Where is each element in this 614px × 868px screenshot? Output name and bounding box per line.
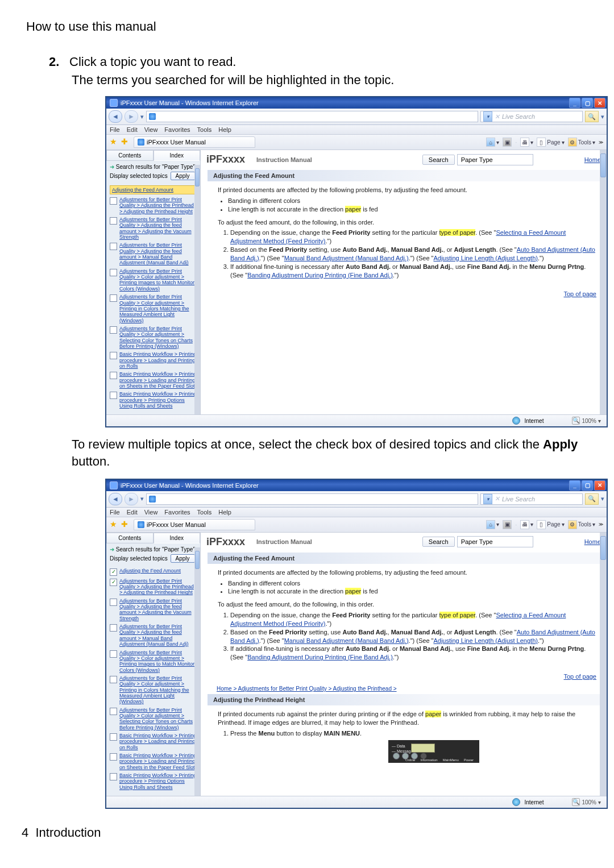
toolbar-home[interactable]: ⌂▾ [486, 138, 499, 147]
result-link[interactable]: Adjustments for Better Print Quality > C… [119, 650, 197, 673]
favorites-star-icon[interactable]: ★ [110, 520, 119, 529]
nav-back[interactable]: ◄ [109, 110, 122, 123]
search-menu-dropdown[interactable]: ▾ [601, 495, 604, 502]
window-minimize[interactable]: _ [569, 480, 580, 491]
pane-tab-index[interactable]: Index [154, 150, 201, 161]
window-minimize[interactable]: _ [569, 98, 580, 108]
result-link[interactable]: Basic Printing Workflow > Printing proce… [119, 753, 197, 770]
toolbar-overflow-icon[interactable]: ≫ [599, 140, 603, 145]
result-link[interactable]: Adjustments for Better Print Quality > A… [119, 242, 197, 265]
nav-forward[interactable]: ► [125, 493, 138, 505]
nav-back[interactable]: ◄ [109, 493, 122, 505]
result-link[interactable]: Adjustments for Better Print Quality > A… [119, 624, 197, 647]
window-maximize[interactable]: ▢ [582, 98, 593, 108]
menu-view[interactable]: View [144, 509, 158, 516]
result-checkbox[interactable] [110, 773, 117, 780]
toolbar-print[interactable]: 🖶▾ [520, 520, 533, 529]
result-link[interactable]: Adjustments for Better Print Quality > C… [119, 326, 197, 349]
menu-help[interactable]: Help [218, 509, 231, 516]
pane-tab-index[interactable]: Index [154, 533, 201, 543]
toolbar-overflow-icon[interactable]: ≫ [599, 522, 603, 527]
content-link[interactable]: Adjusting Line Length (Adjust Length) [433, 637, 537, 644]
browser-search-input[interactable]: ▾ ✕ Live Search [480, 493, 583, 505]
browser-tab[interactable]: iPFxxxx User Manual [134, 519, 255, 530]
apply-button[interactable]: Apply [171, 172, 195, 180]
result-link[interactable]: Basic Printing Workflow > Printing proce… [119, 733, 197, 750]
favorites-add-icon[interactable]: ✚ [121, 520, 130, 529]
nav-dropdown[interactable]: ▾ [140, 113, 144, 121]
toolbar-feed[interactable]: ▣ [503, 138, 512, 147]
result-checkbox[interactable] [110, 294, 117, 302]
result-checkbox[interactable] [110, 197, 117, 205]
result-link[interactable]: Adjustments for Better Print Quality > A… [119, 578, 197, 596]
content-link[interactable]: Manual Band Adjustment (Manual Band Adj.… [284, 255, 409, 261]
menu-help[interactable]: Help [218, 126, 231, 133]
result-checkbox[interactable] [110, 326, 117, 334]
sidebar-scrollbar[interactable] [194, 165, 200, 414]
window-maximize[interactable]: ▢ [582, 480, 593, 491]
toolbar-page[interactable]: ▯Page ▾ [537, 138, 564, 147]
toolbar-print[interactable]: 🖶▾ [520, 138, 533, 147]
search-menu-dropdown[interactable]: ▾ [601, 113, 604, 121]
result-checkbox[interactable] [110, 708, 117, 715]
toolbar-page[interactable]: ▯Page ▾ [537, 520, 564, 529]
result-checkbox[interactable] [110, 753, 117, 761]
pane-tab-contents[interactable]: Contents [106, 150, 154, 161]
menu-edit[interactable]: Edit [127, 509, 138, 516]
content-link[interactable]: Banding Adjustment During Printing (Fine… [247, 654, 393, 661]
top-of-page-link[interactable]: Top of page [201, 673, 596, 680]
result-checkbox[interactable] [110, 217, 117, 225]
result-checkbox[interactable] [110, 243, 117, 250]
nav-dropdown[interactable]: ▾ [140, 495, 144, 502]
window-close[interactable]: ✕ [594, 480, 605, 491]
result-checkbox-checked[interactable] [110, 568, 117, 576]
result-link[interactable]: Basic Printing Workflow > Printing proce… [119, 391, 197, 409]
result-checkbox[interactable] [110, 599, 117, 606]
content-search-button[interactable]: Search [422, 155, 455, 165]
content-search-input[interactable] [457, 536, 533, 547]
content-link[interactable]: Manual Band Adjustment (Manual Band Adj.… [284, 637, 409, 644]
browser-search-input[interactable]: ▾ ✕ Live Search [480, 111, 583, 122]
result-checkbox[interactable] [110, 676, 117, 683]
result-checkbox[interactable] [110, 650, 117, 658]
result-checkbox[interactable] [110, 392, 117, 399]
result-checkbox[interactable] [110, 352, 117, 359]
browser-search-go[interactable]: 🔍 [585, 493, 599, 505]
menu-edit[interactable]: Edit [127, 126, 138, 133]
menu-tools[interactable]: Tools [197, 126, 212, 133]
result-checkbox[interactable] [110, 733, 117, 741]
content-scrollbar[interactable] [600, 150, 607, 414]
address-bar[interactable] [146, 111, 478, 122]
toolbar-home[interactable]: ⌂▾ [486, 520, 499, 529]
search-engine-dropdown[interactable]: ▾ [483, 111, 492, 122]
result-link[interactable]: Adjustments for Better Print Quality > A… [119, 217, 197, 240]
menu-view[interactable]: View [144, 126, 158, 133]
result-link[interactable]: Adjustments for Better Print Quality > A… [119, 598, 197, 621]
menu-file[interactable]: File [110, 509, 120, 516]
home-link[interactable]: Home [584, 156, 601, 163]
content-link[interactable]: Banding Adjustment During Printing (Fine… [247, 272, 393, 279]
result-link[interactable]: Adjustments for Better Print Quality > C… [119, 707, 197, 730]
address-bar[interactable] [146, 493, 478, 505]
breadcrumb[interactable]: Home > Adjustments for Better Print Qual… [217, 686, 397, 692]
result-link[interactable]: Adjustments for Better Print Quality > A… [119, 197, 197, 214]
result-link[interactable]: Basic Printing Workflow > Printing proce… [119, 773, 197, 790]
top-of-page-link[interactable]: Top of page [201, 290, 596, 297]
apply-button[interactable]: Apply [171, 554, 195, 563]
window-close[interactable]: ✕ [594, 98, 605, 108]
result-link[interactable]: Basic Printing Workflow > Printing proce… [119, 351, 197, 369]
search-engine-dropdown[interactable]: ▾ [483, 494, 492, 504]
browser-tab[interactable]: iPFxxxx User Manual [134, 136, 255, 148]
toolbar-feed[interactable]: ▣ [503, 520, 512, 529]
toolbar-tools[interactable]: ⚙Tools ▾ [568, 520, 595, 529]
favorites-add-icon[interactable]: ✚ [121, 138, 130, 147]
content-link[interactable]: Adjusting Line Length (Adjust Length) [433, 255, 537, 261]
menu-file[interactable]: File [110, 126, 120, 133]
result-link[interactable]: Adjustments for Better Print Quality > C… [119, 294, 197, 323]
toolbar-tools[interactable]: ⚙Tools ▾ [568, 138, 595, 147]
content-search-button[interactable]: Search [422, 537, 455, 547]
content-scrollbar[interactable] [600, 533, 607, 796]
result-current-topic[interactable]: Adjusting the Feed Amount [110, 185, 197, 194]
result-checkbox[interactable] [110, 372, 117, 379]
pane-tab-contents[interactable]: Contents [106, 533, 154, 543]
